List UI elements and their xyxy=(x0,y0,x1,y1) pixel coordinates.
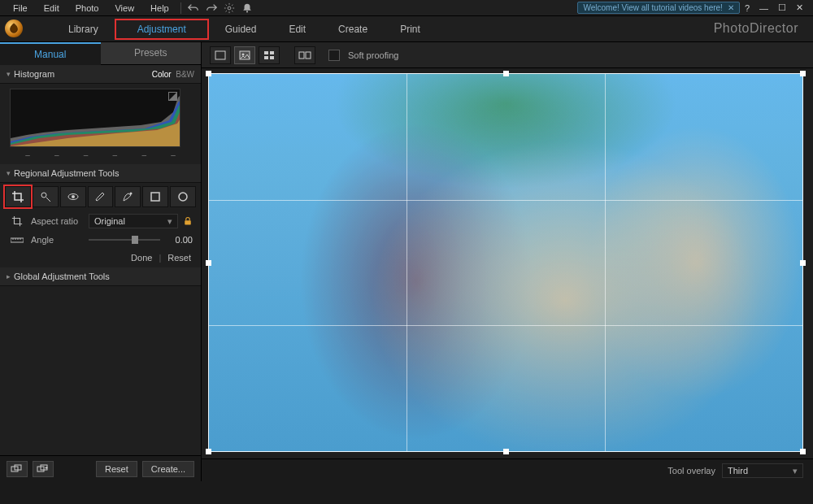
undo-icon[interactable] xyxy=(185,2,202,14)
redeye-tool-icon[interactable] xyxy=(60,186,86,207)
welcome-banner[interactable]: Welcome! View all tutorial videos here! … xyxy=(577,2,739,14)
chevron-right-icon: ▸ xyxy=(7,272,11,280)
app-logo-icon xyxy=(5,20,23,37)
menu-bar: File Edit Photo View Help Welcome! View … xyxy=(0,0,813,16)
welcome-close-icon[interactable]: ✕ xyxy=(728,3,734,12)
menu-photo[interactable]: Photo xyxy=(67,3,107,13)
copy-settings-icon[interactable] xyxy=(7,461,28,477)
hist-mode-bw[interactable]: B&W xyxy=(176,70,194,79)
hist-mode-color[interactable]: Color xyxy=(152,70,172,79)
module-edit[interactable]: Edit xyxy=(272,19,322,40)
module-library[interactable]: Library xyxy=(52,19,115,40)
menu-edit[interactable]: Edit xyxy=(36,3,67,13)
panel-histogram-header[interactable]: ▾ Histogram Color B&W xyxy=(0,65,201,84)
angle-value: 0.00 xyxy=(165,235,193,245)
svg-rect-24 xyxy=(270,51,274,54)
crop-handle[interactable] xyxy=(800,449,806,454)
panel-global-header[interactable]: ▸ Global Adjustment Tools xyxy=(0,267,201,286)
tool-overlay-select[interactable]: Third xyxy=(722,463,803,478)
module-create[interactable]: Create xyxy=(322,19,384,40)
svg-rect-12 xyxy=(151,193,159,201)
crop-handle[interactable] xyxy=(503,71,509,76)
panel-regional-title: Regional Adjustment Tools xyxy=(14,168,194,178)
selection-tool-icon[interactable] xyxy=(115,186,141,207)
menu-view[interactable]: View xyxy=(107,3,142,13)
crop-handle[interactable] xyxy=(206,71,211,76)
crop-handle[interactable] xyxy=(800,71,806,76)
svg-rect-14 xyxy=(185,220,191,224)
ruler-icon xyxy=(8,236,26,244)
radial-tool-icon[interactable] xyxy=(170,186,196,207)
lock-icon[interactable] xyxy=(183,216,193,226)
bell-icon[interactable] xyxy=(238,2,256,14)
svg-rect-25 xyxy=(264,56,268,59)
crop-overlay[interactable] xyxy=(208,73,803,452)
crop-handle[interactable] xyxy=(206,449,211,454)
sidebar-footer: Reset Create... xyxy=(0,455,201,481)
view-single-icon[interactable] xyxy=(210,46,231,64)
module-adjustment[interactable]: Adjustment xyxy=(115,19,209,40)
aspect-ratio-select[interactable]: Original xyxy=(89,214,178,228)
view-compare-icon[interactable] xyxy=(234,46,255,64)
view-grid-icon[interactable] xyxy=(259,46,280,64)
clipping-indicator-icon[interactable] xyxy=(168,92,177,101)
svg-point-1 xyxy=(246,11,248,12)
svg-rect-28 xyxy=(306,52,311,59)
histogram-panel: –––––– xyxy=(0,84,201,164)
crop-handle[interactable] xyxy=(503,449,509,454)
side-tab-presets[interactable]: Presets xyxy=(101,42,202,65)
crop-icon xyxy=(8,215,26,227)
paste-settings-icon[interactable] xyxy=(33,461,54,477)
aspect-ratio-label: Aspect ratio xyxy=(31,216,84,226)
menu-divider xyxy=(180,2,181,14)
tool-overlay-label: Tool overlay xyxy=(667,466,715,476)
aspect-ratio-row: Aspect ratio Original xyxy=(0,211,201,232)
brush-tool-icon[interactable] xyxy=(88,186,114,207)
crop-tool-icon[interactable] xyxy=(5,186,31,207)
welcome-text: Welcome! View all tutorial videos here! xyxy=(583,3,722,12)
soft-proofing-label: Soft proofing xyxy=(348,50,398,60)
panel-histogram-title: Histogram xyxy=(14,69,152,79)
close-icon[interactable]: ✕ xyxy=(791,2,808,13)
reset-button[interactable]: Reset xyxy=(167,253,191,263)
maximize-icon[interactable]: ☐ xyxy=(773,2,791,13)
histogram-display xyxy=(10,89,180,147)
svg-point-10 xyxy=(72,195,75,198)
svg-point-0 xyxy=(228,7,231,10)
menu-file[interactable]: File xyxy=(5,3,36,13)
svg-point-8 xyxy=(41,193,46,198)
module-print[interactable]: Print xyxy=(384,19,437,40)
footer-create-button[interactable]: Create... xyxy=(142,461,194,477)
brand-label: PhotoDirector xyxy=(714,21,798,36)
angle-label: Angle xyxy=(31,235,84,245)
svg-marker-7 xyxy=(169,93,176,100)
help-icon[interactable]: ? xyxy=(740,3,754,13)
soft-proofing-checkbox[interactable] xyxy=(328,50,340,61)
regional-tool-row xyxy=(0,183,201,211)
footer-reset-button[interactable]: Reset xyxy=(96,461,137,477)
done-button[interactable]: Done xyxy=(131,253,152,263)
settings-icon[interactable] xyxy=(220,2,238,14)
svg-rect-26 xyxy=(270,56,274,59)
crop-handle[interactable] xyxy=(206,260,211,266)
menu-help[interactable]: Help xyxy=(142,3,177,13)
slider-thumb[interactable] xyxy=(132,236,138,244)
minimize-icon[interactable]: — xyxy=(754,3,773,13)
module-guided[interactable]: Guided xyxy=(209,19,273,40)
spot-removal-tool-icon[interactable] xyxy=(33,186,59,207)
viewer-footer: Tool overlay Third xyxy=(202,458,813,481)
svg-rect-27 xyxy=(299,52,304,59)
redo-icon[interactable] xyxy=(202,2,220,14)
panel-regional-header[interactable]: ▾ Regional Adjustment Tools xyxy=(0,164,201,183)
view-dual-icon[interactable] xyxy=(294,46,315,64)
chevron-down-icon: ▾ xyxy=(7,70,11,78)
crop-handle[interactable] xyxy=(800,260,806,266)
module-tabs: Library Adjustment Guided Edit Create Pr… xyxy=(0,16,813,42)
canvas-area[interactable] xyxy=(202,68,813,458)
gradient-tool-icon[interactable] xyxy=(142,186,168,207)
histogram-readout: –––––– xyxy=(10,147,191,161)
side-tab-manual[interactable]: Manual xyxy=(0,42,101,65)
svg-rect-15 xyxy=(11,238,24,242)
svg-rect-23 xyxy=(264,51,268,54)
angle-slider[interactable] xyxy=(89,239,160,241)
